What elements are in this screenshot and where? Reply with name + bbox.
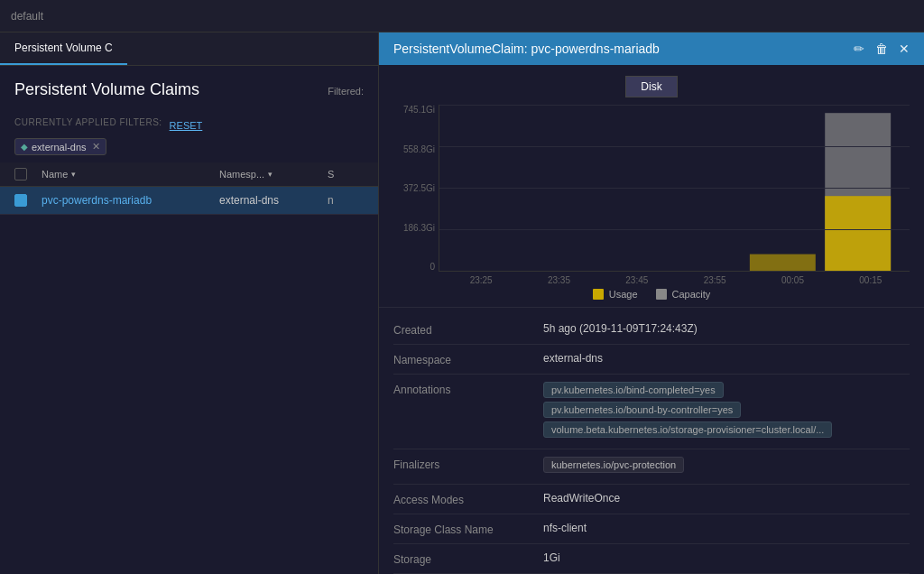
annotation-tag-1: pv.kubernetes.io/bound-by-controller=yes — [543, 402, 741, 418]
legend-usage: Usage — [593, 289, 638, 300]
legend-label-capacity: Capacity — [672, 289, 711, 300]
modal-content: Disk 745.1Gi 558.8Gi 372.5Gi 186.3Gi 0 — [379, 65, 924, 574]
panel-header: Persistent Volume Claims Filtered: — [0, 66, 378, 114]
filters-section: CURRENTLY APPLIED FILTERS: RESET ◆ exter… — [0, 114, 378, 162]
info-row-annotations: Annotations pv.kubernetes.io/bind-comple… — [393, 375, 910, 449]
finalizer-tag-0: kubernetes.io/pvc-protection — [543, 457, 684, 473]
delete-button[interactable]: 🗑 — [875, 42, 888, 56]
info-row-access-modes: Access Modes ReadWriteOnce — [393, 485, 910, 514]
chart-area — [439, 105, 910, 272]
grid-line-0 — [439, 105, 910, 106]
legend-capacity: Capacity — [656, 289, 711, 300]
chart-legend: Usage Capacity — [393, 289, 910, 300]
y-label-4: 0 — [430, 262, 435, 272]
filter-remove-button[interactable]: ✕ — [92, 141, 100, 153]
top-bar-label: default — [11, 10, 43, 23]
info-section: Created 5h ago (2019-11-09T17:24:43Z) Na… — [379, 308, 924, 574]
info-value-access-modes: ReadWriteOnce — [543, 492, 910, 505]
chart-container: 745.1Gi 558.8Gi 372.5Gi 186.3Gi 0 — [393, 105, 910, 272]
tab-persistent-volume-claims[interactable]: Persistent Volume C — [0, 32, 127, 65]
left-panel: Persistent Volume C Persistent Volume Cl… — [0, 32, 379, 574]
sort-icon-namespace: ▾ — [268, 170, 273, 179]
filter-tag: ◆ external-dns ✕ — [14, 138, 106, 155]
x-label-1: 23:35 — [520, 275, 597, 285]
filter-icon: ◆ — [21, 142, 28, 152]
x-label-4: 00:05 — [753, 275, 831, 285]
grid-line-2 — [439, 188, 910, 189]
chart-section: Disk 745.1Gi 558.8Gi 372.5Gi 186.3Gi 0 — [379, 65, 924, 308]
grid-line-1 — [439, 146, 910, 147]
table-header: Name ▾ Namesp... ▾ S — [0, 162, 378, 187]
info-row-created: Created 5h ago (2019-11-09T17:24:43Z) — [393, 315, 910, 345]
filtered-label: Filtered: — [328, 86, 364, 97]
legend-label-usage: Usage — [609, 289, 638, 300]
info-label-access-modes: Access Modes — [393, 492, 529, 506]
row-name: pvc-powerdns-mariadb — [42, 194, 219, 207]
info-value-storage-class: nfs-client — [543, 522, 910, 534]
table-row[interactable]: pvc-powerdns-mariadb external-dns n — [0, 187, 378, 215]
info-row-namespace: Namespace external-dns — [393, 345, 910, 375]
col-header-status: S — [328, 169, 364, 180]
row-checkbox[interactable] — [14, 194, 42, 207]
x-label-0: 23:25 — [442, 275, 520, 285]
y-label-1: 558.8Gi — [403, 144, 435, 154]
info-label-finalizers: Finalizers — [393, 457, 529, 471]
col-header-namespace[interactable]: Namesp... ▾ — [219, 169, 328, 180]
row-namespace: external-dns — [219, 194, 328, 207]
sort-icon-name: ▾ — [71, 170, 76, 179]
x-label-2: 23:45 — [598, 275, 676, 285]
modal-header: PersistentVolumeClaim: pvc-powerdns-mari… — [379, 32, 924, 65]
info-row-storage: Storage 1Gi — [393, 544, 910, 574]
modal-title: PersistentVolumeClaim: pvc-powerdns-mari… — [393, 42, 660, 56]
chart-y-axis: 745.1Gi 558.8Gi 372.5Gi 186.3Gi 0 — [393, 105, 439, 272]
info-value-created: 5h ago (2019-11-09T17:24:43Z) — [543, 322, 910, 335]
info-row-finalizers: Finalizers kubernetes.io/pvc-protection — [393, 449, 910, 485]
chart-grid-lines — [439, 105, 910, 271]
select-all-checkbox[interactable] — [14, 168, 42, 181]
reset-button[interactable]: RESET — [170, 120, 203, 131]
grid-line-3 — [439, 229, 910, 230]
row-status: n — [328, 194, 364, 207]
annotation-tag-0: pv.kubernetes.io/bind-completed=yes — [543, 382, 724, 398]
panel-title: Persistent Volume Claims — [14, 80, 199, 99]
y-label-2: 372.5Gi — [403, 183, 435, 193]
annotation-tag-2: volume.beta.kubernetes.io/storage-provis… — [543, 421, 832, 438]
y-label-3: 186.3Gi — [403, 223, 435, 233]
y-label-0: 745.1Gi — [403, 105, 435, 115]
filters-label: CURRENTLY APPLIED FILTERS: — [14, 117, 162, 127]
close-button[interactable]: ✕ — [899, 42, 910, 56]
x-label-3: 23:55 — [676, 275, 753, 285]
chart-x-axis: 23:25 23:35 23:45 23:55 00:05 00:15 — [393, 272, 910, 285]
info-label-storage: Storage — [393, 551, 529, 566]
tab-bar: Persistent Volume C — [0, 32, 378, 66]
info-value-storage: 1Gi — [543, 551, 910, 564]
modal-actions: ✏ 🗑 ✕ — [854, 42, 910, 56]
chart-tab-disk[interactable]: Disk — [625, 76, 677, 97]
filter-tag-label: external-dns — [32, 142, 87, 153]
legend-color-usage — [593, 289, 604, 300]
info-label-annotations: Annotations — [393, 382, 529, 396]
info-value-annotations: pv.kubernetes.io/bind-completed=yes pv.k… — [543, 382, 910, 441]
col-header-name[interactable]: Name ▾ — [42, 169, 219, 180]
top-bar: default — [0, 0, 924, 32]
info-value-namespace: external-dns — [543, 352, 910, 365]
info-label-created: Created — [393, 322, 529, 337]
info-label-namespace: Namespace — [393, 352, 529, 366]
legend-color-capacity — [656, 289, 667, 300]
chart-tab-bar: Disk — [393, 76, 910, 97]
main-layout: Persistent Volume C Persistent Volume Cl… — [0, 32, 924, 574]
info-label-storage-class: Storage Class Name — [393, 522, 529, 536]
info-value-finalizers: kubernetes.io/pvc-protection — [543, 457, 910, 477]
edit-button[interactable]: ✏ — [854, 42, 864, 56]
x-label-5: 00:15 — [832, 275, 910, 285]
right-panel: PersistentVolumeClaim: pvc-powerdns-mari… — [379, 32, 924, 574]
info-row-storage-class: Storage Class Name nfs-client — [393, 514, 910, 544]
